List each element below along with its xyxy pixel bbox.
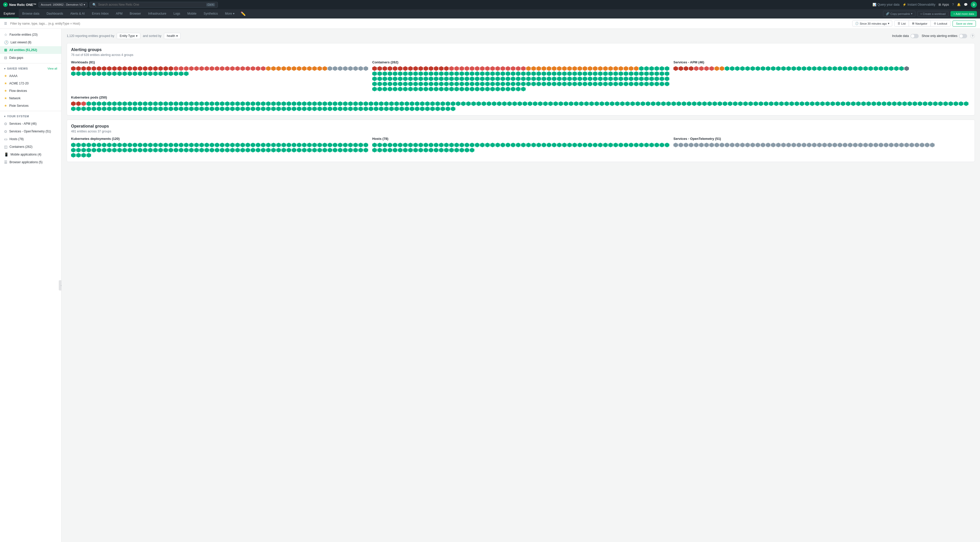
hex-cell[interactable] — [382, 87, 387, 91]
filter-input[interactable] — [10, 22, 849, 26]
hex-cell[interactable] — [444, 148, 449, 152]
hex-cell[interactable] — [547, 81, 551, 86]
hex-cell[interactable] — [654, 143, 659, 147]
hex-cell[interactable] — [384, 101, 389, 106]
hex-cell[interactable] — [71, 148, 76, 152]
hex-cell[interactable] — [123, 71, 127, 76]
hex-cell[interactable] — [704, 143, 709, 147]
hex-cell[interactable] — [92, 71, 96, 76]
hex-cell[interactable] — [501, 81, 505, 86]
hex-cell[interactable] — [434, 81, 438, 86]
hex-cell[interactable] — [879, 66, 883, 71]
hex-cell[interactable] — [725, 143, 729, 147]
hex-cell[interactable] — [71, 66, 76, 71]
hex-cell[interactable] — [779, 101, 784, 106]
hex-cell[interactable] — [624, 81, 628, 86]
hex-cell[interactable] — [261, 107, 266, 111]
hex-cell[interactable] — [434, 66, 438, 71]
navigator-view-button[interactable]: ⊞ Navigator — [909, 21, 931, 26]
hex-cell[interactable] — [403, 77, 408, 81]
hex-cell[interactable] — [454, 71, 459, 76]
hex-cell[interactable] — [429, 77, 433, 81]
hex-cell[interactable] — [853, 143, 858, 147]
hex-cell[interactable] — [920, 143, 924, 147]
hex-cell[interactable] — [292, 143, 296, 147]
account-selector[interactable]: Account: 1606862 - Demotron V2 ▾ — [38, 2, 88, 8]
hex-cell[interactable] — [261, 101, 266, 106]
hex-cell[interactable] — [338, 101, 342, 106]
hex-cell[interactable] — [506, 66, 510, 71]
hex-cell[interactable] — [516, 87, 520, 91]
hex-cell[interactable] — [148, 71, 153, 76]
hex-cell[interactable] — [220, 148, 224, 152]
hex-cell[interactable] — [619, 81, 623, 86]
hex-cell[interactable] — [679, 66, 683, 71]
hex-cell[interactable] — [572, 66, 577, 71]
hex-cell[interactable] — [348, 66, 353, 71]
hex-cell[interactable] — [613, 71, 618, 76]
hex-cell[interactable] — [302, 66, 307, 71]
hex-cell[interactable] — [338, 143, 342, 147]
sidebar-system-containers[interactable]: ◫ Containers (262) — [0, 143, 61, 151]
hex-cell[interactable] — [148, 107, 153, 111]
hex-cell[interactable] — [613, 143, 618, 147]
hex-cell[interactable] — [521, 66, 526, 71]
hex-cell[interactable] — [635, 101, 640, 106]
hex-cell[interactable] — [423, 71, 428, 76]
hex-cell[interactable] — [745, 66, 750, 71]
hex-cell[interactable] — [733, 101, 738, 106]
hex-cell[interactable] — [781, 143, 786, 147]
hex-cell[interactable] — [959, 101, 963, 106]
hex-cell[interactable] — [470, 87, 474, 91]
sidebar-collapse-handle[interactable]: ‹ — [59, 280, 62, 290]
hex-cell[interactable] — [382, 66, 387, 71]
hex-cell[interactable] — [138, 66, 142, 71]
hex-cell[interactable] — [358, 66, 363, 71]
hex-cell[interactable] — [547, 77, 551, 81]
hex-cell[interactable] — [832, 143, 837, 147]
hex-cell[interactable] — [194, 148, 199, 152]
hex-cell[interactable] — [107, 143, 111, 147]
hex-cell[interactable] — [843, 66, 847, 71]
hex-cell[interactable] — [841, 101, 845, 106]
hex-cell[interactable] — [750, 66, 755, 71]
hex-cell[interactable] — [759, 101, 763, 106]
nav-more[interactable]: More ▾ — [221, 9, 238, 18]
hex-cell[interactable] — [204, 148, 209, 152]
hex-cell[interactable] — [812, 66, 816, 71]
hex-cell[interactable] — [297, 66, 301, 71]
hex-cell[interactable] — [245, 66, 250, 71]
hex-cell[interactable] — [454, 148, 459, 152]
hex-cell[interactable] — [661, 101, 666, 106]
hex-cell[interactable] — [423, 66, 428, 71]
hex-cell[interactable] — [158, 101, 163, 106]
hex-cell[interactable] — [835, 101, 840, 106]
hex-cell[interactable] — [582, 66, 587, 71]
hex-cell[interactable] — [271, 148, 276, 152]
hex-cell[interactable] — [557, 77, 562, 81]
nav-explorer[interactable]: Explorer — [0, 9, 19, 18]
hex-cell[interactable] — [276, 66, 281, 71]
hex-cell[interactable] — [699, 66, 704, 71]
hex-cell[interactable] — [475, 81, 479, 86]
hex-cell[interactable] — [235, 66, 240, 71]
hex-cell[interactable] — [153, 148, 158, 152]
hex-cell[interactable] — [179, 71, 183, 76]
hex-cell[interactable] — [578, 81, 582, 86]
hex-cell[interactable] — [348, 101, 353, 106]
hex-cell[interactable] — [562, 143, 567, 147]
hex-cell[interactable] — [714, 143, 719, 147]
your-system-collapse[interactable]: ▾ — [4, 115, 6, 118]
hex-cell[interactable] — [235, 148, 240, 152]
hex-cell[interactable] — [377, 71, 382, 76]
hex-cell[interactable] — [689, 66, 694, 71]
hex-cell[interactable] — [557, 71, 562, 76]
hex-cell[interactable] — [682, 101, 686, 106]
hex-cell[interactable] — [199, 107, 204, 111]
hex-cell[interactable] — [869, 66, 873, 71]
hex-cell[interactable] — [848, 143, 853, 147]
hex-cell[interactable] — [403, 143, 408, 147]
hex-cell[interactable] — [398, 66, 402, 71]
hex-cell[interactable] — [127, 107, 132, 111]
hex-cell[interactable] — [730, 66, 735, 71]
